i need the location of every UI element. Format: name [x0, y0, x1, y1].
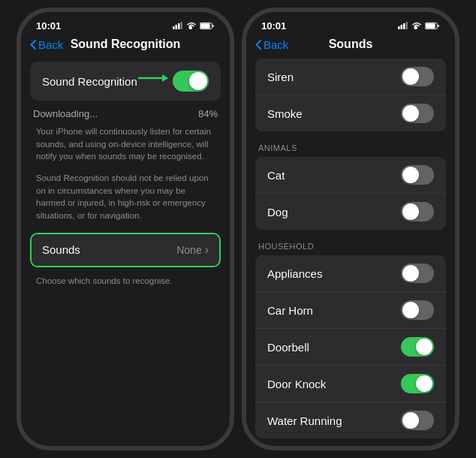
svg-rect-10 — [403, 23, 405, 29]
sound-recognition-toggle[interactable] — [173, 71, 209, 92]
appliances-toggle-knob — [402, 265, 419, 282]
choose-text: Choose which sounds to recognise. — [21, 273, 230, 288]
download-label: Downloading... — [33, 108, 98, 119]
svg-rect-13 — [426, 23, 435, 28]
sounds-chevron: › — [205, 243, 209, 257]
description-1: Your iPhone will continuously listen for… — [21, 121, 230, 167]
svg-rect-5 — [200, 23, 210, 28]
appliances-label: Appliances — [267, 267, 322, 280]
svg-rect-8 — [398, 26, 400, 29]
smoke-label: Smoke — [267, 107, 303, 120]
smoke-toggle-knob — [402, 105, 419, 122]
doorbell-toggle-knob — [416, 339, 432, 355]
screen-left: 10:01 — [21, 12, 230, 446]
sounds-row[interactable]: Sounds None › — [32, 234, 219, 266]
sounds-row-wrapper[interactable]: Sounds None › — [30, 233, 221, 267]
people-header: PEOPLE — [246, 440, 455, 446]
smoke-toggle[interactable] — [401, 104, 434, 123]
download-percent: 84% — [198, 108, 218, 119]
dog-toggle-knob — [402, 203, 419, 220]
sounds-value-wrapper: None › — [176, 243, 209, 257]
list-item-doorbell[interactable]: Doorbell — [255, 329, 446, 366]
back-button-left[interactable]: Back — [30, 38, 63, 51]
content-left: Sound Recognition Downloading — [21, 57, 230, 446]
svg-marker-7 — [162, 74, 168, 82]
carhorn-toggle-knob — [402, 302, 419, 318]
svg-rect-3 — [181, 22, 183, 29]
battery-icon-right — [425, 22, 440, 30]
green-arrow-icon — [138, 73, 168, 83]
list-item-cat[interactable]: Cat — [255, 157, 446, 194]
status-time-right: 10:01 — [261, 20, 286, 32]
chevron-left-icon-right — [255, 40, 261, 50]
list-item-dog[interactable]: Dog — [255, 194, 446, 230]
cat-label: Cat — [267, 169, 285, 182]
carhorn-label: Car Horn — [267, 304, 313, 317]
signal-icon — [173, 22, 183, 29]
toggle-arrow-wrapper — [173, 71, 209, 92]
list-item-smoke[interactable]: Smoke — [255, 95, 446, 131]
siren-toggle[interactable] — [401, 67, 434, 86]
status-bar-left: 10:01 — [21, 12, 230, 35]
phone-right: 10:01 — [242, 8, 459, 450]
doorknock-toggle-knob — [416, 375, 432, 392]
sound-recognition-row: Sound Recognition — [30, 62, 221, 101]
status-icons-left — [173, 22, 215, 30]
sounds-label: Sounds — [42, 243, 80, 256]
household-header: HOUSEHOLD — [246, 231, 455, 254]
chevron-left-icon — [30, 40, 36, 50]
sounds-list: Siren Smoke ANIMALS Cat — [246, 57, 455, 446]
cat-toggle[interactable] — [401, 165, 434, 185]
carhorn-toggle[interactable] — [401, 300, 434, 320]
back-button-right[interactable]: Back — [255, 38, 288, 51]
top-group: Siren Smoke — [255, 59, 446, 131]
back-label-left: Back — [38, 38, 63, 51]
status-time-left: 10:01 — [36, 20, 61, 32]
sound-recognition-wrapper: Sound Recognition — [21, 62, 230, 101]
signal-icon-right — [398, 22, 408, 29]
svg-rect-0 — [173, 26, 175, 29]
list-item-siren[interactable]: Siren — [255, 59, 446, 95]
svg-rect-1 — [176, 25, 178, 29]
battery-icon — [200, 22, 215, 30]
status-icons-right — [398, 22, 440, 30]
siren-label: Siren — [267, 71, 294, 83]
doorknock-label: Door Knock — [267, 378, 326, 390]
svg-rect-9 — [401, 25, 403, 29]
doorbell-toggle[interactable] — [401, 337, 434, 357]
svg-rect-11 — [406, 22, 408, 29]
waterrunning-label: Water Running — [267, 414, 342, 427]
waterrunning-toggle-knob — [402, 412, 419, 429]
status-bar-right: 10:01 — [246, 12, 455, 35]
sounds-value: None — [176, 244, 201, 256]
page-title-right: Sounds — [329, 38, 373, 51]
cat-toggle-knob — [402, 167, 419, 183]
waterrunning-toggle[interactable] — [401, 411, 434, 430]
toggle-knob — [189, 72, 207, 90]
doorknock-toggle[interactable] — [401, 374, 434, 393]
back-label-right: Back — [264, 38, 288, 51]
doorbell-label: Doorbell — [267, 341, 309, 354]
wifi-icon-right — [411, 22, 422, 29]
page-title-left: Sound Recognition — [71, 38, 181, 51]
dog-toggle[interactable] — [401, 202, 434, 221]
svg-rect-2 — [178, 23, 180, 29]
list-item-carhorn[interactable]: Car Horn — [255, 292, 446, 329]
download-row: Downloading... 84% — [21, 105, 230, 121]
phone-left: 10:01 — [17, 8, 234, 450]
nav-bar-right: Back Sounds — [246, 35, 455, 57]
list-item-doorknock[interactable]: Door Knock — [255, 366, 446, 402]
animals-group: Cat Dog — [255, 157, 446, 230]
appliances-toggle[interactable] — [401, 264, 434, 283]
list-item-appliances[interactable]: Appliances — [255, 255, 446, 292]
screen-right: 10:01 — [246, 12, 455, 446]
household-group: Appliances Car Horn Doorbell — [255, 255, 446, 438]
description-2: Sound Recognition should not be relied u… — [21, 167, 230, 227]
sound-recognition-label: Sound Recognition — [42, 75, 137, 88]
wifi-icon — [186, 22, 197, 29]
siren-toggle-knob — [402, 68, 419, 85]
dog-label: Dog — [267, 206, 288, 218]
animals-header: ANIMALS — [246, 133, 455, 155]
list-item-waterrunning[interactable]: Water Running — [255, 402, 446, 438]
nav-bar-left: Back Sound Recognition — [21, 35, 230, 57]
